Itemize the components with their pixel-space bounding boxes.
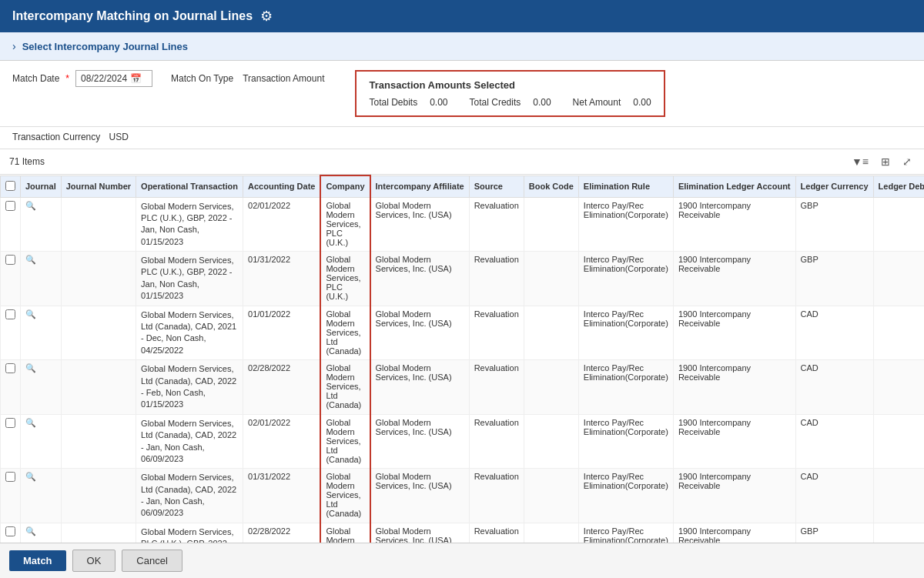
col-header-company: Company — [320, 175, 370, 197]
transaction-currency-label: Transaction Currency — [12, 132, 100, 142]
row-checkbox-cell — [1, 469, 21, 523]
search-icon[interactable]: 🔍 — [25, 309, 36, 319]
row-op-trans: Global Modern Services, Ltd (Canada), CA… — [136, 469, 243, 523]
search-icon[interactable]: 🔍 — [25, 201, 36, 210]
row-elim-ledger: 1900 Intercompany Receivable — [673, 360, 795, 415]
row-checkbox[interactable] — [5, 309, 15, 319]
toolbar-icons: ▼≡ ⊞ ⤢ — [849, 154, 915, 169]
col-header-op-trans: Operational Transaction — [136, 175, 243, 197]
required-indicator: * — [65, 73, 69, 84]
total-debits-value: 0.00 — [430, 97, 447, 108]
row-elim-ledger: 1900 Intercompany Receivable — [673, 252, 795, 306]
match-date-label: Match Date — [12, 73, 59, 84]
col-header-elim-rule: Elimination Rule — [578, 175, 673, 197]
row-book-code — [524, 360, 578, 415]
row-company: Global Modern Services, PLC (U.K.) — [320, 252, 370, 306]
select-all-checkbox[interactable] — [5, 181, 15, 191]
row-checkbox[interactable] — [5, 472, 15, 482]
row-ic-affiliate: Global Modern Services, Inc. (USA) — [370, 197, 470, 252]
row-journal: 🔍 — [21, 197, 62, 252]
match-date-row: Match Date * 08/22/2024 📅 Match On Type … — [12, 70, 324, 87]
grid-view-icon[interactable]: ⊞ — [878, 154, 893, 169]
search-icon[interactable]: 🔍 — [25, 255, 36, 264]
table-row: 🔍 Global Modern Services, Ltd (Canada), … — [1, 469, 925, 523]
col-header-checkbox — [1, 175, 21, 197]
table-container[interactable]: Journal Journal Number Operational Trans… — [0, 175, 924, 553]
row-acc-date: 01/31/2022 — [243, 469, 321, 523]
calendar-icon[interactable]: 📅 — [130, 73, 142, 84]
cancel-button[interactable]: Cancel — [122, 550, 182, 553]
row-op-trans: Global Modern Services, PLC (U.K.), GBP,… — [136, 252, 243, 306]
table-body: 🔍 Global Modern Services, PLC (U.K.), GB… — [1, 197, 925, 553]
row-journal: 🔍 — [21, 469, 62, 523]
row-checkbox[interactable] — [5, 418, 15, 428]
row-debit: 0.01 — [873, 197, 924, 252]
row-acc-date: 01/31/2022 — [243, 252, 321, 306]
row-elim-rule: Interco Pay/Rec Elimination(Corporate) — [578, 360, 673, 415]
search-icon[interactable]: 🔍 — [25, 418, 36, 427]
row-elim-ledger: 1900 Intercompany Receivable — [673, 197, 795, 252]
row-checkbox-cell — [1, 414, 21, 469]
col-header-debit: Ledger Debit Amount — [873, 175, 924, 197]
search-icon[interactable]: 🔍 — [25, 472, 36, 481]
chevron-right-icon[interactable]: › — [12, 40, 16, 52]
row-checkbox[interactable] — [5, 363, 15, 373]
journal-lines-table: Journal Journal Number Operational Trans… — [0, 175, 924, 553]
row-debit: 0.00 — [873, 469, 924, 523]
section-title: Select Intercompany Journal Lines — [22, 41, 188, 52]
total-credits-value: 0.00 — [533, 97, 551, 108]
amounts-row: Total Debits 0.00 Total Credits 0.00 Net… — [369, 97, 651, 108]
col-header-acc-date: Accounting Date — [243, 175, 321, 197]
filter-icon[interactable]: ▼≡ — [849, 154, 872, 169]
match-date-value: 08/22/2024 — [81, 73, 127, 84]
row-ic-affiliate: Global Modern Services, Inc. (USA) — [370, 360, 470, 415]
row-source: Revaluation — [469, 252, 524, 306]
search-icon[interactable]: 🔍 — [25, 526, 36, 536]
match-date-input[interactable]: 08/22/2024 📅 — [75, 70, 152, 87]
row-elim-ledger: 1900 Intercompany Receivable — [673, 469, 795, 523]
row-source: Revaluation — [469, 360, 524, 415]
row-checkbox[interactable] — [5, 526, 15, 536]
ok-button[interactable]: OK — [72, 550, 116, 553]
transaction-amounts-box: Transaction Amounts Selected Total Debit… — [355, 70, 665, 117]
row-elim-rule: Interco Pay/Rec Elimination(Corporate) — [578, 469, 673, 523]
col-header-journal-number: Journal Number — [61, 175, 136, 197]
row-source: Revaluation — [469, 306, 524, 360]
row-company: Global Modern Services, Ltd (Canada) — [320, 306, 370, 360]
table-row: 🔍 Global Modern Services, Ltd (Canada), … — [1, 360, 925, 415]
row-currency: GBP — [795, 197, 873, 252]
row-ic-affiliate: Global Modern Services, Inc. (USA) — [370, 469, 470, 523]
row-journal: 🔍 — [21, 360, 62, 415]
row-currency: CAD — [795, 360, 873, 415]
row-elim-rule: Interco Pay/Rec Elimination(Corporate) — [578, 252, 673, 306]
expand-icon[interactable]: ⤢ — [899, 154, 915, 169]
row-op-trans: Global Modern Services, Ltd (Canada), CA… — [136, 414, 243, 469]
row-checkbox-cell — [1, 197, 21, 252]
search-icon[interactable]: 🔍 — [25, 363, 36, 373]
match-on-type-label: Match On Type — [171, 73, 233, 84]
row-journal-number — [61, 252, 136, 306]
row-book-code — [524, 252, 578, 306]
row-checkbox[interactable] — [5, 201, 15, 211]
row-acc-date: 01/01/2022 — [243, 306, 321, 360]
table-row: 🔍 Global Modern Services, PLC (U.K.), GB… — [1, 252, 925, 306]
row-currency: CAD — [795, 414, 873, 469]
row-checkbox[interactable] — [5, 255, 15, 265]
table-row: 🔍 Global Modern Services, Ltd (Canada), … — [1, 414, 925, 469]
row-journal-number — [61, 306, 136, 360]
row-debit: 0.00 — [873, 306, 924, 360]
match-button[interactable]: Match — [9, 550, 66, 553]
row-checkbox-cell — [1, 252, 21, 306]
footer: Match OK Cancel — [0, 543, 924, 553]
table-row: 🔍 Global Modern Services, Ltd (Canada), … — [1, 306, 925, 360]
table-row: 🔍 Global Modern Services, PLC (U.K.), GB… — [1, 197, 925, 252]
row-book-code — [524, 306, 578, 360]
controls-area: Match Date * 08/22/2024 📅 Match On Type … — [0, 61, 924, 127]
col-header-elim-ledger: Elimination Ledger Account — [673, 175, 795, 197]
row-elim-rule: Interco Pay/Rec Elimination(Corporate) — [578, 306, 673, 360]
row-journal: 🔍 — [21, 414, 62, 469]
row-company: Global Modern Services, Ltd (Canada) — [320, 469, 370, 523]
row-debit: 9.72 — [873, 360, 924, 415]
row-debit: 0.00 — [873, 252, 924, 306]
app-header: Intercompany Matching on Journal Lines ⚙ — [0, 0, 924, 32]
